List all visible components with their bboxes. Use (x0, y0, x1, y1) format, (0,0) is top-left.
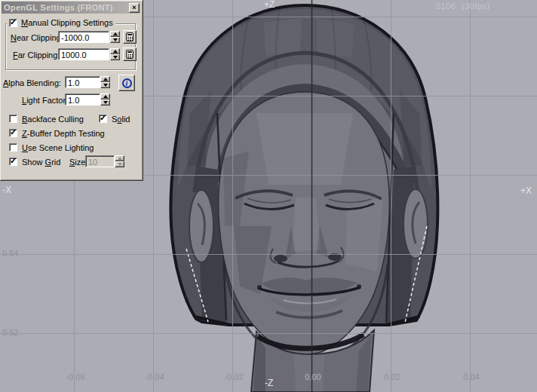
frame-counter: 0106 (436, 2, 456, 11)
alpha-blending-spinner[interactable] (100, 76, 110, 88)
ear-right (404, 189, 428, 259)
backface-culling-label: Backface Culling (22, 115, 84, 124)
grid-size-input[interactable] (85, 155, 115, 167)
light-factor-spinner[interactable] (100, 93, 110, 106)
far-clipping-calculator-button[interactable] (123, 47, 137, 61)
dialog-title: OpenGL Settings (FRONT) (2, 3, 129, 12)
x-tick: 0.00 (305, 372, 321, 381)
light-factor-input[interactable] (65, 93, 100, 106)
viewport[interactable]: 0106 (30fps) +Z -Z -X +X -0.06 -0.04 -0.… (0, 0, 537, 392)
grid-size-spinner (115, 155, 124, 167)
ear-left (189, 190, 213, 262)
calculator-icon (126, 32, 133, 41)
dialog-titlebar[interactable]: OpenGL Settings (FRONT) × (2, 2, 140, 14)
y-tick: 0.54 (2, 249, 18, 258)
x-tick: -0.06 (66, 372, 84, 381)
show-grid-checkbox[interactable] (9, 158, 17, 166)
near-clipping-calculator-button[interactable] (123, 30, 137, 44)
show-grid-label: Show Grid (22, 158, 60, 167)
far-clipping-spinner[interactable] (110, 48, 120, 60)
manual-clipping-checkbox[interactable] (9, 19, 17, 27)
far-clipping-label: Far Clipping: (13, 51, 60, 60)
close-icon[interactable]: × (129, 3, 140, 13)
manual-clipping-label: Manual Clipping Settings (21, 18, 113, 27)
near-clipping-label: Near Clipping: (11, 33, 63, 42)
solid-label: Solid (112, 115, 130, 124)
axis-label-left: -X (2, 185, 11, 195)
solid-checkbox[interactable] (99, 115, 107, 123)
zbuffer-label: Z-Buffer Depth Testing (22, 129, 105, 138)
info-icon: i (122, 78, 132, 88)
x-tick: -0.02 (224, 372, 243, 381)
info-button[interactable]: i (118, 75, 135, 91)
opengl-settings-dialog: OpenGL Settings (FRONT) × Manual Clippin… (0, 0, 143, 181)
near-clipping-input[interactable] (58, 31, 109, 43)
axis-label-bottom: -Z (265, 378, 273, 388)
x-tick: 0.02 (384, 372, 400, 381)
x-tick: 0.04 (463, 372, 479, 381)
scene-lighting-checkbox[interactable] (9, 143, 17, 152)
scene-lighting-label: Use Scene Lighting (22, 143, 94, 152)
alpha-blending-input[interactable] (65, 76, 100, 88)
head-model[interactable] (170, 5, 437, 392)
zbuffer-checkbox[interactable] (9, 129, 17, 137)
fps-indicator: (30fps) (462, 2, 490, 11)
calculator-icon (126, 50, 133, 59)
manual-clipping-legend: Manual Clipping Settings (7, 18, 115, 27)
light-factor-label: Light Factor: (22, 96, 68, 105)
y-tick: 0.52 (2, 328, 18, 337)
x-tick: -0.04 (145, 372, 164, 381)
axis-label-right: +X (520, 185, 532, 196)
near-clipping-spinner[interactable] (110, 31, 120, 43)
axis-label-top: +Z (264, 0, 275, 10)
alpha-blending-label: Alpha Blending: (3, 78, 61, 87)
far-clipping-input[interactable] (58, 48, 109, 60)
backface-culling-checkbox[interactable] (9, 115, 17, 123)
